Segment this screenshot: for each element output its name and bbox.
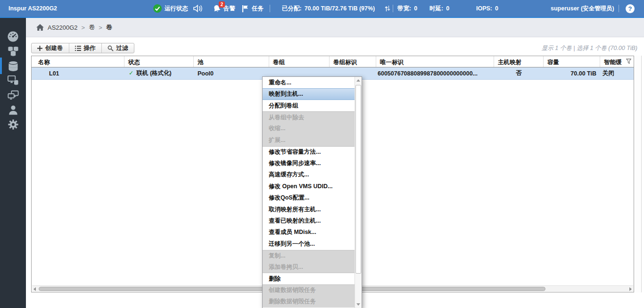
toolbar: 创建卷 操作 过滤 <box>31 43 134 53</box>
vertical-scrollbar-track[interactable] <box>634 56 642 292</box>
sidebar-item-volumes[interactable] <box>0 58 26 73</box>
cell-uid: 60050767088089987800000000000... <box>376 70 494 77</box>
cell-status: ✓ 联机 (格式化) <box>124 69 194 77</box>
allocated-label: 已分配: <box>282 5 302 13</box>
user-label: superuser (安全管理员) <box>551 5 614 13</box>
actions-label: 操作 <box>84 44 96 52</box>
menu-item-modify-capacity-savings[interactable]: 修改节省容量方法... <box>263 146 355 158</box>
bandwidth-stat: 带宽: 0 <box>397 0 417 17</box>
column-header-status[interactable]: 状态 <box>124 56 194 67</box>
menu-item-view-mapped-hosts[interactable]: 查看已映射的主机... <box>263 215 355 226</box>
throughput-toggle[interactable] <box>385 0 390 17</box>
column-header-host-mapping[interactable]: 主机映射 <box>494 56 544 67</box>
allocated-stat: 已分配: 70.00 TiB/72.76 TiB (97%) <box>282 0 375 17</box>
breadcrumb-separator: > <box>82 24 85 31</box>
up-down-arrows-icon <box>385 5 390 12</box>
sidebar-item-dashboard[interactable] <box>0 29 26 44</box>
column-header-capacity[interactable]: 容量 <box>544 56 600 67</box>
menu-item-expand: 扩展... <box>263 134 355 146</box>
menu-item-delete[interactable]: 删除 <box>263 273 355 284</box>
breadcrumb-root[interactable]: AS2200G2 <box>48 24 78 31</box>
breadcrumb-volumes[interactable]: 卷 <box>89 23 95 32</box>
sidebar-item-access[interactable] <box>0 102 26 117</box>
menu-item-rename[interactable]: 重命名... <box>263 77 355 88</box>
latency-stat: 时延: 0 <box>429 0 449 17</box>
menu-item-migrate-to-another-pool[interactable]: 迁移到另一个池... <box>263 238 355 250</box>
cell-pool: Pool0 <box>194 70 269 77</box>
breadcrumb-separator: > <box>99 24 102 31</box>
menu-item-map-to-host[interactable]: 映射到主机... <box>263 88 355 100</box>
selection-summary: 显示 1 个卷 | 选择 1 个卷 (70.00 TiB) <box>542 44 637 52</box>
column-header-volume-group-id[interactable]: 卷组标识 <box>330 56 376 67</box>
alerts-label: 告警 <box>223 5 235 13</box>
sidebar-item-pools[interactable] <box>0 44 26 58</box>
user-menu[interactable]: superuser (安全管理员) <box>551 0 614 17</box>
column-header-name[interactable]: 名称 <box>32 56 124 67</box>
cell-name: L01 <box>32 70 124 77</box>
cell-smart-cache: 关闭 <box>600 69 634 77</box>
user-icon <box>8 104 19 116</box>
menu-item-assign-to-volume-group[interactable]: 分配到卷组 <box>263 100 355 111</box>
filter-button[interactable]: 过滤 <box>102 43 134 53</box>
menu-item-modify-qos[interactable]: 修改QoS配置... <box>263 192 355 203</box>
menu-item-view-member-mdisks[interactable]: 查看成员 MDisk... <box>263 227 355 238</box>
latency-label: 时延: <box>429 5 443 13</box>
tasks-menu[interactable]: 任务 <box>242 0 264 17</box>
menu-item-cache-mode[interactable]: 高速缓存方式... <box>263 169 355 181</box>
table-header-row: 名称 状态 池 卷组 卷组标识 唯一标识 主机映射 容量 智能缓存 <box>32 56 634 67</box>
menu-scrollbar-thumb[interactable] <box>355 85 361 274</box>
sidebar-nav <box>0 18 26 308</box>
column-header-uid[interactable]: 唯一标识 <box>376 56 494 67</box>
home-icon[interactable] <box>36 24 44 31</box>
menu-item-modify-mirror-sync-rate[interactable]: 修改镜像同步速率... <box>263 158 355 169</box>
search-icon <box>107 45 114 51</box>
dashboard-gauge-icon <box>7 31 19 42</box>
brand-title: Inspur AS2200G2 <box>8 0 57 17</box>
menu-item-delete-data-destroy-task: 删除数据销毁任务 <box>263 296 355 307</box>
menu-item-unmap-all-hosts[interactable]: 取消映射所有主机... <box>263 204 355 215</box>
actions-button[interactable]: 操作 <box>69 43 102 53</box>
running-status-label: 运行状态 <box>165 5 188 13</box>
running-status[interactable]: 运行状态 <box>153 0 188 17</box>
sidebar-item-settings[interactable] <box>0 117 26 132</box>
divider <box>619 5 619 12</box>
scroll-left-arrow-icon[interactable] <box>33 287 36 291</box>
create-volume-label: 创建卷 <box>45 44 63 52</box>
iops-label: IOPS: <box>476 5 492 12</box>
speaker-icon <box>193 4 203 13</box>
context-menu-items: 重命名... 映射到主机... 分配到卷组 从卷组中除去 收缩... 扩展...… <box>263 77 355 308</box>
column-header-pool[interactable]: 池 <box>194 56 269 67</box>
column-header-smart-cache[interactable]: 智能缓存 <box>600 56 634 67</box>
bandwidth-value: 0 <box>414 5 417 12</box>
gear-icon <box>8 119 19 130</box>
status-text: 联机 (格式化) <box>136 69 171 77</box>
list-icon <box>75 46 81 51</box>
menu-item-remove-from-volume-group: 从卷组中除去 <box>263 111 355 123</box>
column-header-volume-group[interactable]: 卷组 <box>269 56 330 67</box>
alerts-menu[interactable]: 2 告警 <box>213 0 235 17</box>
plus-icon <box>37 46 42 51</box>
host-mapping-icon <box>7 75 19 86</box>
menu-item-shrink: 收缩... <box>263 123 355 134</box>
sidebar-item-copy-services[interactable] <box>0 88 26 102</box>
help-button[interactable]: ? <box>626 0 635 17</box>
menu-scroll-down-arrow-icon[interactable] <box>356 303 360 306</box>
alert-count-badge: 2 <box>219 1 225 8</box>
top-bar: Inspur AS2200G2 运行状态 2 告警 任务 已分配: 70.00 … <box>0 0 644 18</box>
latency-value: 0 <box>446 5 449 12</box>
breadcrumb-current: 卷 <box>106 23 112 32</box>
breadcrumb: AS2200G2 > 卷 > 卷 <box>26 18 644 37</box>
iops-stat: IOPS: 0 <box>476 0 498 17</box>
menu-item-duplicate: 复制... <box>263 250 355 261</box>
filter-funnel-icon[interactable] <box>626 58 631 64</box>
menu-scrollbar[interactable] <box>355 77 362 308</box>
sound-toggle[interactable] <box>193 0 203 17</box>
create-volume-button[interactable]: 创建卷 <box>32 43 69 53</box>
iops-value: 0 <box>495 5 498 12</box>
scroll-right-arrow-icon[interactable] <box>629 287 632 291</box>
help-icon: ? <box>626 4 635 13</box>
menu-item-create-data-destroy-task: 创建数据销毁任务 <box>263 284 355 296</box>
sidebar-item-host-mapping[interactable] <box>0 73 26 88</box>
menu-scroll-up-arrow-icon[interactable] <box>356 79 360 82</box>
menu-item-modify-open-vms-udid[interactable]: 修改 Open VMS UDID... <box>263 181 355 192</box>
